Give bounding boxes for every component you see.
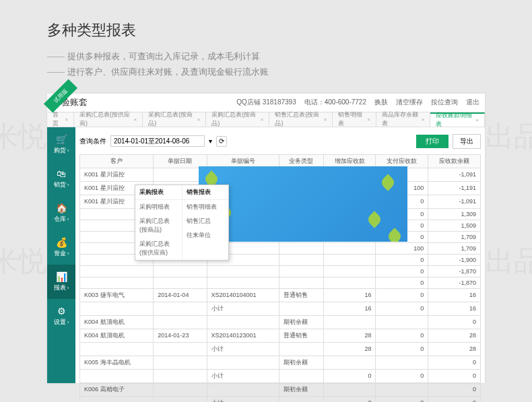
tab[interactable]: 商品库存余额表× [376, 112, 431, 127]
export-button[interactable]: 导出 [453, 134, 481, 149]
column-header[interactable]: 客户 [80, 154, 154, 168]
cell: 1,309 [428, 208, 481, 220]
cell: 0 [376, 396, 428, 402]
cell: -1,870 [428, 277, 481, 288]
cell: 0 [376, 277, 428, 288]
close-icon[interactable]: × [324, 116, 327, 123]
cell: 0 [428, 315, 481, 329]
cell: 1,509 [428, 220, 481, 231]
sidebar-item[interactable]: 📊报表 › [47, 265, 75, 299]
sidebar-item[interactable]: 🛍销货 › [47, 162, 75, 196]
table-row[interactable]: 小计000 [80, 396, 481, 402]
cell [323, 277, 376, 288]
date-range-input[interactable] [110, 135, 205, 147]
table-row[interactable]: K003 捷车电气2014-01-04XS20140104001普通销售1601… [80, 288, 481, 302]
table-row[interactable]: 0-1,870 [80, 277, 481, 288]
cell: 普通销售 [279, 288, 323, 302]
tab[interactable]: 采购汇总表(按供应商)× [74, 112, 143, 127]
tab[interactable]: 采购汇总表(按商品)× [206, 112, 269, 127]
dropdown-icon[interactable]: ▾ [209, 137, 212, 145]
popup-item[interactable]: 采购明细表 [135, 200, 182, 214]
table-row[interactable]: 0-1,870 [80, 265, 481, 277]
popup-item[interactable]: 采购汇总表(按商品) [135, 214, 182, 237]
cell: 2014-01-23 [154, 329, 207, 342]
cell [154, 396, 207, 402]
sidebar-item[interactable]: ⚙设置 › [47, 299, 75, 333]
cell [279, 369, 323, 382]
cell: 期初余额 [279, 356, 323, 369]
table-row[interactable]: 小计28028 [80, 342, 481, 356]
cell: 0 [428, 356, 481, 369]
link-exit[interactable]: 退出 [466, 98, 479, 107]
close-icon[interactable]: × [197, 116, 201, 123]
cell: -1,870 [428, 265, 481, 277]
cell: K005 海丰晶电机 [80, 356, 154, 369]
table-row[interactable]: 小计16016 [80, 302, 481, 315]
cell [279, 342, 323, 356]
table-row[interactable]: K004 航顶电机2014-01-23XS20140123001普通销售2802… [80, 329, 481, 342]
cell [279, 242, 323, 254]
popup-item[interactable]: 销售汇总 [182, 214, 229, 228]
cell [154, 302, 207, 315]
close-icon[interactable]: × [261, 116, 264, 123]
table-row[interactable]: K006 高精电子期初余额0 [80, 382, 481, 396]
cell: 0 [376, 302, 428, 315]
print-button[interactable]: 打印 [416, 135, 448, 148]
sidebar-item[interactable]: 🛒购货 › [47, 127, 75, 162]
page-subtitle-2: —— 进行客户、供应商往来对账，及查询现金银行流水账 [47, 64, 485, 79]
popup-item[interactable]: 销售明细表 [182, 200, 229, 214]
column-header[interactable]: 应收款余额 [428, 154, 481, 168]
sidebar-icon: 🏠 [47, 203, 75, 213]
tab[interactable]: 首页× [47, 112, 74, 127]
cell: 28 [323, 329, 376, 342]
cell: K004 航顶电机 [80, 315, 154, 329]
close-icon[interactable]: × [367, 116, 370, 123]
cell [154, 382, 207, 396]
cell [207, 277, 279, 288]
link-skin[interactable]: 换肤 [374, 98, 388, 107]
cell: K006 高精电子 [80, 382, 154, 396]
sidebar-item[interactable]: 💰资金 › [47, 230, 75, 265]
tab[interactable]: 应收账款明细表× [430, 112, 485, 127]
cell: -1,191 [428, 181, 481, 195]
close-icon[interactable]: × [134, 116, 137, 123]
cell: XS20140123001 [207, 329, 279, 342]
page-header: 多种类型报表 —— 提供多种报表，可查询出入库记录，成本毛利计算 —— 进行客户… [0, 0, 532, 94]
cell: 小计 [207, 396, 279, 402]
cell: 16 [323, 288, 376, 302]
cell: -1,900 [428, 254, 481, 265]
cell [207, 382, 279, 396]
cell: 0 [323, 369, 376, 382]
tab[interactable]: 销售汇总表(按商品)× [269, 112, 333, 127]
cell: 0 [376, 369, 428, 382]
cell: 0 [376, 329, 428, 342]
cell [323, 382, 376, 396]
cell: 期初余额 [279, 382, 323, 396]
filter-bar: 查询条件 ▾ ⟳ 打印 导出 [79, 131, 481, 152]
popup-item[interactable]: 采购汇总表(按供应商) [135, 237, 182, 260]
table-row[interactable]: 小计000 [80, 369, 481, 382]
sidebar-item[interactable]: 🏠仓库 › [47, 196, 75, 230]
close-icon[interactable]: × [475, 117, 479, 123]
table-row[interactable]: K004 航顶电机期初余额0 [80, 315, 481, 329]
cell [207, 315, 279, 329]
cell: -1,091 [428, 195, 481, 208]
sidebar-icon: 💰 [47, 237, 75, 248]
close-icon[interactable]: × [65, 116, 68, 123]
link-clear[interactable]: 清空缓存 [396, 98, 423, 107]
sidebar-icon: 🛍 [47, 168, 75, 179]
tab[interactable]: 采购汇总表(按商品)× [143, 112, 206, 127]
close-icon[interactable]: × [422, 116, 425, 123]
tel-info: 电话：400-600-7722 [304, 98, 366, 107]
refresh-icon[interactable]: ⟳ [216, 136, 227, 147]
tab[interactable]: 销售明细表× [333, 112, 376, 127]
cell [80, 369, 154, 382]
popup-item[interactable]: 往来单位 [182, 228, 229, 242]
cell [323, 254, 376, 265]
table-row[interactable]: K005 海丰晶电机期初余额0 [80, 356, 481, 369]
cell [323, 315, 376, 329]
cell: 0 [376, 265, 428, 277]
tabbar: 首页×采购汇总表(按供应商)×采购汇总表(按商品)×采购汇总表(按商品)×销售汇… [47, 112, 485, 127]
link-query[interactable]: 按位查询 [431, 98, 458, 107]
qq-info: QQ店铺 318187393 [236, 98, 296, 107]
